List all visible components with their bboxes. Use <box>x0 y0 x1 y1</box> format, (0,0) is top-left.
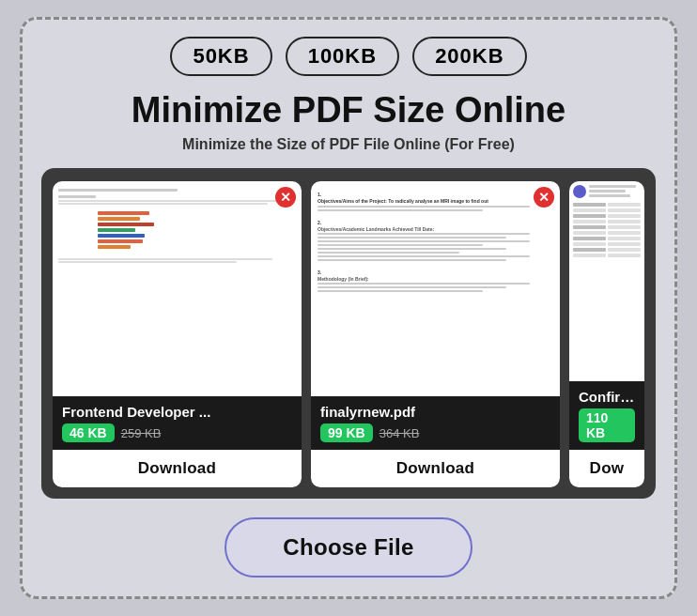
card-1-preview: ✕ <box>53 181 302 396</box>
card-3-new-size: 110 KB <box>579 408 635 442</box>
card-1-info: Frontend Developer ... 46 KB 259 KB <box>53 396 302 450</box>
card-2-name: finalyrnew.pdf <box>320 404 550 420</box>
pdf-card-1: ✕ <box>53 181 302 487</box>
card-3-download-button[interactable]: Dow <box>569 450 644 487</box>
card-1-close-button[interactable]: ✕ <box>275 187 296 208</box>
card-1-download-button[interactable]: Download <box>53 450 302 487</box>
card-1-new-size: 46 KB <box>62 424 115 442</box>
card-2-new-size: 99 KB <box>320 424 373 442</box>
page-subtitle: Minimize the Size of PDF File Online (Fo… <box>182 136 515 153</box>
card-3-preview <box>569 181 644 381</box>
card-1-sizes: 46 KB 259 KB <box>62 424 292 442</box>
card-2-old-size: 364 KB <box>379 426 420 440</box>
card-2-info: finalyrnew.pdf 99 KB 364 KB <box>311 396 560 450</box>
size-badges: 50KB 100KB 200KB <box>170 37 526 76</box>
card-3-info: Confirma 110 KB <box>569 381 644 450</box>
card-3-avatar <box>573 185 586 198</box>
choose-file-button[interactable]: Choose File <box>225 517 472 578</box>
pdf-card-3: Confirma 110 KB Dow <box>569 181 644 487</box>
card-1-name: Frontend Developer ... <box>62 404 292 420</box>
page-title: Minimize PDF Size Online <box>132 91 565 131</box>
card-3-sizes: 110 KB <box>579 408 635 442</box>
pdf-card-2: ✕ 1. Objectives/Aims of the Project: To … <box>311 181 560 487</box>
cards-section: ✕ <box>41 168 656 499</box>
card-2-sizes: 99 KB 364 KB <box>320 424 550 442</box>
card-2-preview: ✕ 1. Objectives/Aims of the Project: To … <box>311 181 560 396</box>
card-2-download-button[interactable]: Download <box>311 450 560 487</box>
card-3-name: Confirma <box>579 389 635 405</box>
card-1-old-size: 259 KB <box>121 426 162 440</box>
size-badge-50kb[interactable]: 50KB <box>170 37 271 76</box>
size-badge-200kb[interactable]: 200KB <box>412 37 526 76</box>
size-badge-100kb[interactable]: 100KB <box>286 37 399 76</box>
card-2-close-button[interactable]: ✕ <box>534 187 554 208</box>
main-container: 50KB 100KB 200KB Minimize PDF Size Onlin… <box>20 17 677 599</box>
